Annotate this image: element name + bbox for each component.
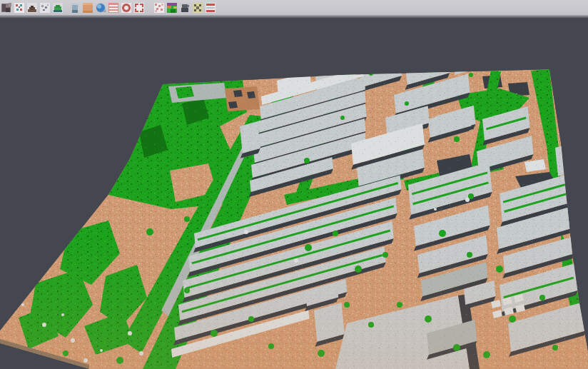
toolbar-group-separator xyxy=(146,2,152,14)
point-dots-button[interactable] xyxy=(39,2,51,14)
orange-square-icon xyxy=(82,2,93,14)
red-grid-icon xyxy=(153,2,165,14)
globe-button[interactable] xyxy=(95,2,106,14)
dark-mesh-button[interactable] xyxy=(179,2,191,14)
green-hill-button[interactable] xyxy=(52,2,64,14)
yellow-clip-button[interactable] xyxy=(192,2,203,14)
red-flag-icon xyxy=(205,2,216,14)
terrain-brown-button[interactable] xyxy=(26,2,38,14)
red-crop-button[interactable] xyxy=(133,2,145,14)
red-crop-icon xyxy=(133,2,145,14)
blue-column-button[interactable] xyxy=(69,2,81,14)
terrain-brown-icon xyxy=(26,2,38,14)
dark-mesh-icon xyxy=(179,2,191,14)
red-ring-button[interactable] xyxy=(121,2,132,14)
toolbar xyxy=(0,0,588,15)
viewport-3d[interactable] xyxy=(0,18,588,369)
red-ring-icon xyxy=(121,2,132,14)
globe-icon xyxy=(95,2,106,14)
application-window xyxy=(0,0,588,369)
red-stripes-button[interactable] xyxy=(108,2,119,14)
classified-map-icon xyxy=(166,2,178,14)
green-hill-icon xyxy=(52,2,64,14)
red-flag-button[interactable] xyxy=(205,2,216,14)
classified-map-button[interactable] xyxy=(166,2,178,14)
point-dots-icon xyxy=(39,2,51,14)
terrain-model xyxy=(0,54,588,369)
blue-column-icon xyxy=(69,2,81,14)
dark-prism-button[interactable] xyxy=(1,2,12,14)
red-grid-button[interactable] xyxy=(153,2,165,14)
red-stripes-icon xyxy=(108,2,119,14)
orange-square-button[interactable] xyxy=(82,2,93,14)
scatter-points-icon xyxy=(14,2,25,14)
scene-svg xyxy=(0,18,588,369)
yellow-clip-icon xyxy=(192,2,203,14)
toolbar-group-separator xyxy=(65,2,68,14)
scatter-points-button[interactable] xyxy=(14,2,25,14)
dark-prism-icon xyxy=(1,2,12,14)
